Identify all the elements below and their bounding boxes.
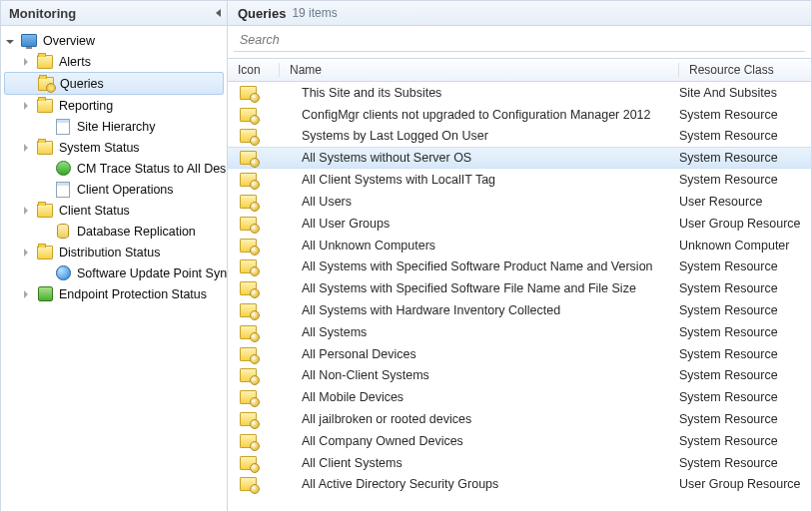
query-resource-class: System Resource	[669, 259, 811, 273]
query-icon	[228, 456, 292, 470]
tree-node[interactable]: Overview	[1, 30, 227, 51]
query-row[interactable]: All Mobile DevicesSystem Resource	[228, 386, 811, 408]
query-resource-class: System Resource	[669, 173, 811, 187]
tree-node-label: Queries	[60, 77, 104, 91]
tree-node-label: Client Status	[59, 204, 130, 218]
tree-node[interactable]: Alerts	[1, 51, 227, 72]
query-icon	[228, 129, 292, 143]
query-icon	[228, 217, 292, 231]
query-icon	[228, 303, 292, 317]
query-resource-class: System Resource	[669, 325, 811, 339]
folder-icon	[37, 140, 53, 156]
column-headers: Icon Name Resource Class	[228, 58, 811, 82]
expand-arrow-icon[interactable]	[5, 38, 15, 44]
query-resource-class: System Resource	[669, 347, 811, 361]
tree-node[interactable]: Client Status	[1, 200, 227, 221]
tree-node[interactable]: Site Hierarchy	[1, 116, 227, 137]
expand-arrow-icon[interactable]	[21, 144, 31, 152]
query-icon	[228, 108, 292, 122]
tree-node[interactable]: Queries	[4, 72, 224, 95]
tree-node-label: Alerts	[59, 55, 91, 69]
app-window: Monitoring OverviewAlertsQueriesReportin…	[0, 0, 812, 512]
query-row[interactable]: All Company Owned DevicesSystem Resource	[228, 430, 811, 452]
query-row[interactable]: Systems by Last Logged On UserSystem Res…	[228, 126, 811, 148]
folder-icon	[37, 98, 53, 114]
tree-node[interactable]: CM Trace Status to All Desktop .	[1, 158, 227, 179]
query-name: All Client Systems	[292, 456, 669, 470]
tree-node[interactable]: Distribution Status	[1, 242, 227, 262]
query-icon	[228, 325, 292, 339]
column-resource[interactable]: Resource Class	[679, 63, 811, 77]
flag-icon	[55, 161, 71, 177]
query-resource-class: System Resource	[669, 151, 811, 165]
query-icon	[228, 412, 292, 426]
query-row[interactable]: All Client Systems with LocalIT TagSyste…	[228, 169, 811, 191]
query-icon	[228, 239, 292, 253]
query-resource-class: System Resource	[669, 368, 811, 382]
tree-node[interactable]: Client Operations	[1, 179, 227, 200]
globe-icon	[55, 265, 71, 281]
query-row[interactable]: All Systems with Hardware Inventory Coll…	[228, 299, 811, 321]
query-icon	[228, 368, 292, 382]
expand-arrow-icon[interactable]	[21, 58, 31, 66]
tree-node-label: Reporting	[59, 99, 113, 113]
query-resource-class: System Resource	[669, 303, 811, 317]
query-row[interactable]: All Systems without Server OSSystem Reso…	[228, 147, 811, 169]
query-row[interactable]: All Systems with Specified Software Prod…	[228, 256, 811, 278]
query-row[interactable]: All Non-Client SystemsSystem Resource	[228, 365, 811, 387]
query-name: This Site and its Subsites	[292, 86, 669, 100]
expand-arrow-icon[interactable]	[21, 102, 31, 110]
sidebar-header: Monitoring	[1, 1, 227, 26]
expand-arrow-icon[interactable]	[21, 249, 31, 256]
query-row[interactable]: All User GroupsUser Group Resource	[228, 213, 811, 235]
tree-node[interactable]: Endpoint Protection Status	[1, 283, 227, 304]
query-resource-class: System Resource	[669, 456, 811, 470]
column-name[interactable]: Name	[280, 63, 679, 77]
query-row[interactable]: All Personal DevicesSystem Resource	[228, 343, 811, 365]
query-row[interactable]: All Systems with Specified Software File…	[228, 277, 811, 299]
expand-arrow-icon[interactable]	[21, 290, 31, 298]
tree-node-label: Database Replication	[77, 225, 196, 239]
tree-node[interactable]: System Status	[1, 137, 227, 158]
query-row[interactable]: All jailbroken or rooted devicesSystem R…	[228, 408, 811, 430]
folder-icon	[37, 245, 53, 260]
query-icon	[228, 347, 292, 361]
query-resource-class: Site And Subsites	[669, 86, 811, 100]
tree-node-label: Overview	[43, 34, 95, 48]
query-row[interactable]: All SystemsSystem Resource	[228, 321, 811, 343]
query-row[interactable]: All Unknown ComputersUnknown Computer	[228, 235, 811, 256]
query-name: All Users	[292, 195, 669, 209]
tree-node[interactable]: Database Replication	[1, 221, 227, 242]
column-icon[interactable]: Icon	[228, 63, 280, 77]
query-resource-class: User Group Resource	[669, 477, 811, 491]
sidebar-title: Monitoring	[9, 6, 76, 21]
query-icon	[228, 151, 292, 165]
query-resource-class: System Resource	[669, 412, 811, 426]
tree-node-label: Site Hierarchy	[77, 120, 156, 134]
query-name: All User Groups	[292, 217, 669, 231]
query-row[interactable]: ConfigMgr clients not upgraded to Config…	[228, 104, 811, 126]
query-name: All Systems with Hardware Inventory Coll…	[292, 303, 669, 317]
query-name: All Non-Client Systems	[292, 368, 669, 382]
query-name: All Systems with Specified Software Prod…	[292, 259, 669, 273]
query-icon	[228, 281, 292, 295]
query-row[interactable]: All UsersUser Resource	[228, 191, 811, 213]
query-row[interactable]: This Site and its SubsitesSite And Subsi…	[228, 82, 811, 104]
query-name: ConfigMgr clients not upgraded to Config…	[292, 108, 669, 122]
tree-node-label: Client Operations	[77, 183, 174, 197]
query-name: All Mobile Devices	[292, 390, 669, 404]
collapse-sidebar-icon[interactable]	[216, 9, 221, 17]
query-name: All Company Owned Devices	[292, 434, 669, 448]
main-header: Queries 19 items	[228, 1, 811, 26]
tree-node[interactable]: Reporting	[1, 95, 227, 116]
query-resource-class: User Group Resource	[669, 217, 811, 231]
expand-arrow-icon[interactable]	[21, 207, 31, 215]
page-icon	[55, 182, 71, 198]
query-row[interactable]: All Active Directory Security GroupsUser…	[228, 474, 811, 496]
query-name: All jailbroken or rooted devices	[292, 412, 669, 426]
search-input[interactable]	[234, 29, 812, 51]
tree-node[interactable]: Software Update Point Synchron	[1, 262, 227, 283]
query-resource-class: User Resource	[669, 195, 811, 209]
folder-icon	[37, 54, 53, 70]
query-row[interactable]: All Client SystemsSystem Resource	[228, 452, 811, 474]
